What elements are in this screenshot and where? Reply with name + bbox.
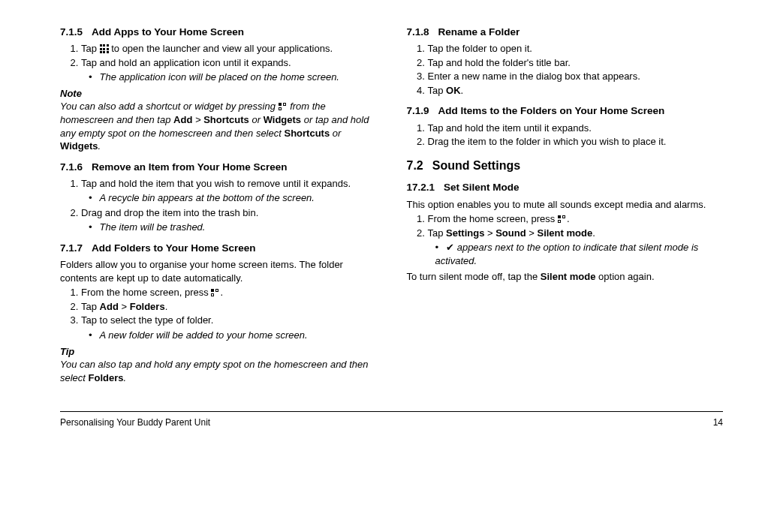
heading-17-2-1: 17.2.1 Set Silent Mode (407, 181, 724, 194)
steps-7-1-8: Tap the folder to open it. Tap and hold … (407, 42, 724, 97)
steps-7-1-7: From the home screen, press . Tap Add > … (60, 286, 377, 341)
step: Drag and drop the item into the trash bi… (81, 206, 377, 234)
step: Tap and hold an application icon until i… (81, 56, 377, 84)
steps-7-1-5: Tap to open the launcher and view all yo… (60, 42, 377, 84)
checkmark-icon: ✔ (446, 242, 454, 253)
step: Tap to select the type of folder. A new … (81, 314, 377, 341)
substep: ✔ appears next to the option to indicate… (435, 241, 724, 267)
heading-7-1-9: 7.1.9 Add Items to the Folders on Your H… (407, 104, 724, 118)
page-number: 14 (713, 416, 723, 428)
right-column: 7.1.8 Rename a Folder Tap the folder to … (407, 18, 724, 389)
steps-17-2-1: From the home screen, press . Tap Settin… (407, 212, 724, 267)
step: Tap and hold the item until it expands. (428, 122, 724, 135)
heading-7-1-6: 7.1.6 Remove an Item from Your Home Scre… (60, 161, 377, 174)
intro-17-2-1: This option enables you to mute all soun… (407, 198, 724, 212)
heading-7-1-8: 7.1.8 Rename a Folder (407, 26, 724, 39)
intro-7-1-7: Folders allow you to organise your home … (60, 258, 377, 284)
page-footer: Personalising Your Buddy Parent Unit 14 (60, 411, 723, 428)
note-label: Note (60, 87, 377, 101)
substep: A new folder will be added to your home … (89, 329, 377, 342)
step: Tap and hold the item that you wish to r… (81, 177, 377, 205)
apps-grid-icon (100, 44, 109, 53)
menu-squares-icon (279, 103, 288, 110)
steps-7-1-9: Tap and hold the item until it expands. … (407, 122, 724, 149)
tip-label: Tip (60, 345, 377, 359)
step: Tap the folder to open it. (428, 42, 724, 56)
step: Tap OK. (428, 84, 724, 98)
step: Tap to open the launcher and view all yo… (81, 42, 377, 56)
menu-squares-icon (211, 289, 220, 296)
heading-7-1-5: 7.1.5 Add Apps to Your Home Screen (60, 26, 377, 39)
step: Tap Add > Folders. (81, 300, 377, 314)
menu-squares-icon (558, 215, 567, 223)
step: Tap and hold the folder's title bar. (428, 56, 724, 70)
step: Tap Settings > Sound > Silent mode. ✔ ap… (428, 227, 724, 268)
note-body: You can also add a shortcut or widget by… (60, 100, 377, 152)
step: From the home screen, press . (81, 286, 377, 299)
outro-17-2-1: To turn silent mode off, tap the Silent … (407, 270, 724, 284)
content-columns: 7.1.5 Add Apps to Your Home Screen Tap t… (60, 18, 723, 389)
step: Enter a new name in the dialog box that … (428, 70, 724, 83)
substep: The application icon will be placed on t… (89, 71, 377, 84)
step: From the home screen, press . (428, 212, 724, 226)
footer-divider (60, 411, 723, 412)
substep: The item will be trashed. (89, 221, 377, 234)
footer-title: Personalising Your Buddy Parent Unit (60, 416, 210, 428)
step: Drag the item to the folder in which you… (428, 135, 724, 149)
heading-7-2: 7.2 Sound Settings (407, 158, 724, 174)
substep: A recycle bin appears at the bottom of t… (89, 191, 377, 205)
steps-7-1-6: Tap and hold the item that you wish to r… (60, 177, 377, 234)
left-column: 7.1.5 Add Apps to Your Home Screen Tap t… (60, 18, 377, 389)
tip-body: You can also tap and hold any empty spot… (60, 358, 377, 384)
heading-7-1-7: 7.1.7 Add Folders to Your Home Screen (60, 242, 377, 255)
